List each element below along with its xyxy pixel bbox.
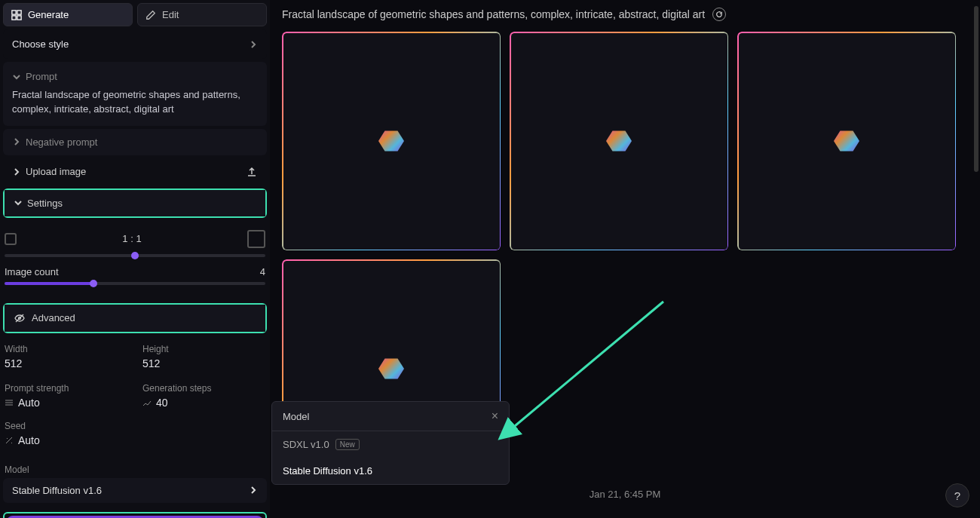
edit-label: Edit (162, 9, 179, 20)
chevron-right-icon (12, 137, 21, 146)
settings-label: Settings (27, 198, 63, 209)
chevron-down-icon (12, 72, 21, 81)
svg-rect-2 (12, 15, 16, 19)
chevron-down-icon (14, 198, 23, 207)
seed-field[interactable]: Seed Auto (5, 421, 265, 446)
image-count-slider[interactable] (5, 282, 265, 285)
prompt-section[interactable]: Prompt Fractal landscape of geometric sh… (3, 62, 267, 126)
aspect-ratio-value: 1 : 1 (122, 233, 141, 244)
prompt-text[interactable]: Fractal landscape of geometric shapes an… (12, 88, 258, 117)
choose-style-button[interactable]: Choose style (3, 29, 267, 59)
header-prompt: Fractal landscape of geometric shapes an… (282, 8, 705, 20)
chevron-right-icon (12, 167, 21, 176)
generation-steps-label: Generation steps (142, 383, 265, 394)
sliders-icon (5, 398, 14, 407)
refresh-icon (715, 11, 723, 18)
model-select[interactable]: Stable Diffusion v1.6 (3, 478, 267, 503)
help-icon: ? (954, 489, 960, 502)
edit-icon (145, 10, 156, 20)
model-label: Model (3, 464, 267, 475)
prompt-strength-field[interactable]: Prompt strength Auto (5, 383, 127, 409)
prompt-label: Prompt (26, 71, 57, 82)
new-badge: New (335, 439, 360, 450)
help-button[interactable]: ? (945, 483, 969, 507)
scrollbar[interactable] (974, 6, 978, 172)
generation-steps-field[interactable]: Generation steps 40 (142, 383, 265, 409)
svg-rect-3 (17, 15, 21, 19)
loading-icon (378, 357, 404, 380)
generation-timestamp: Jan 21, 6:45 PM (282, 489, 968, 507)
steps-icon (142, 398, 152, 407)
model-popup: Model × SDXL v1.0 New Stable Diffusion v… (271, 401, 510, 485)
aspect-min-icon (5, 233, 17, 245)
model-option-label: SDXL v1.0 (283, 439, 329, 450)
height-field[interactable]: Height 512 (142, 344, 265, 369)
model-option-sd16[interactable]: Stable Diffusion v1.6 (272, 458, 509, 484)
eye-off-icon (14, 312, 26, 324)
prompt-strength-label: Prompt strength (5, 383, 127, 394)
negative-prompt-toggle[interactable]: Negative prompt (3, 129, 267, 155)
chevron-right-icon (249, 40, 258, 49)
prompt-strength-value: Auto (18, 397, 40, 409)
svg-rect-1 (17, 10, 21, 14)
image-tile[interactable] (737, 32, 956, 250)
model-popup-title: Model (283, 411, 309, 422)
generate-mode-button[interactable]: Generate (3, 3, 133, 26)
width-field[interactable]: Width 512 (5, 344, 127, 369)
aspect-ratio-slider[interactable] (5, 254, 265, 257)
settings-toggle[interactable]: Settings (5, 190, 265, 216)
loading-icon (606, 130, 632, 152)
loading-icon (378, 130, 404, 152)
wand-icon (5, 436, 14, 445)
image-count-value: 4 (260, 266, 265, 277)
loading-icon (834, 130, 859, 152)
seed-value: Auto (18, 434, 40, 446)
model-option-sdxl[interactable]: SDXL v1.0 New (272, 431, 509, 458)
chevron-right-icon (249, 486, 258, 495)
close-icon[interactable]: × (492, 409, 498, 423)
height-label: Height (142, 344, 265, 354)
svg-rect-0 (12, 10, 16, 14)
generation-steps-value: 40 (156, 397, 168, 409)
negative-prompt-label: Negative prompt (26, 136, 97, 148)
refresh-button[interactable] (712, 8, 726, 21)
model-option-label: Stable Diffusion v1.6 (283, 465, 372, 477)
upload-icon (246, 166, 258, 178)
advanced-toggle[interactable]: Advanced (5, 305, 265, 332)
advanced-label: Advanced (32, 312, 75, 323)
image-count-label: Image count (5, 266, 59, 277)
grid-icon (11, 10, 22, 20)
seed-label: Seed (5, 421, 265, 431)
width-label: Width (5, 344, 127, 354)
upload-label: Upload image (26, 166, 86, 177)
aspect-max-icon (247, 230, 265, 248)
upload-image-button[interactable]: Upload image (3, 158, 267, 185)
choose-style-label: Choose style (12, 38, 69, 50)
edit-mode-button[interactable]: Edit (137, 3, 267, 26)
height-value: 512 (142, 357, 265, 369)
width-value: 512 (5, 357, 127, 369)
generate-label: Generate (28, 9, 69, 20)
image-tile[interactable] (282, 32, 501, 250)
image-tile[interactable] (510, 32, 728, 250)
model-selected-value: Stable Diffusion v1.6 (12, 485, 102, 496)
